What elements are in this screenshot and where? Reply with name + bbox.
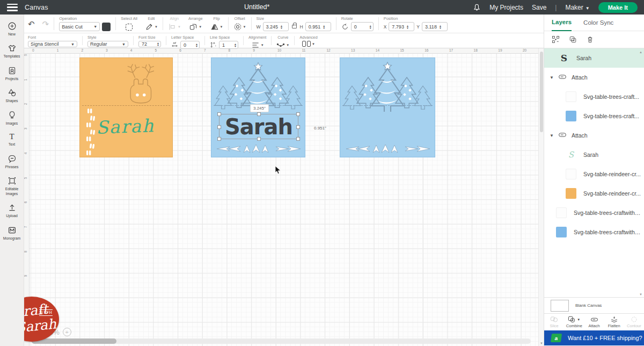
letter-space-label: Letter Space	[171, 35, 200, 40]
stepper-icon[interactable]: ▲▼	[369, 25, 372, 29]
duplicate-icon[interactable]	[569, 35, 577, 44]
blank-canvas-row[interactable]: Blank Canvas	[544, 297, 644, 313]
scroll-down-icon[interactable]: ▼	[540, 342, 543, 345]
width-input[interactable]: 3.245▲▼	[263, 22, 289, 31]
layer-row-trees-blue-2[interactable]: Svg-table-trees-craftwiths...	[544, 222, 644, 242]
attach-button[interactable]: Attach	[584, 314, 604, 330]
ungroup-icon[interactable]	[552, 35, 560, 44]
chevron-down-icon[interactable]: ▼	[550, 133, 554, 138]
zoom-in-icon[interactable]: +	[63, 328, 71, 336]
sidebar-item-images[interactable]: Images	[0, 108, 24, 128]
make-it-button[interactable]: Make It	[598, 2, 638, 13]
layer-row-trees-blue[interactable]: Svg-table-trees-craft...	[544, 106, 644, 126]
selection-handle[interactable]	[296, 137, 300, 141]
combine-button[interactable]: ▼ Combine	[564, 314, 584, 330]
flip-button[interactable]: ▼	[210, 22, 223, 32]
position-y-input[interactable]: 3.118▲▼	[422, 22, 448, 31]
alignment-button[interactable]: ▼	[251, 41, 264, 49]
font-select[interactable]: Signa Stencil▼	[28, 41, 77, 47]
layer-row-sarah-selected[interactable]: S Sarah	[544, 48, 644, 68]
sidebar-item-projects[interactable]: Projects	[0, 63, 24, 84]
scroll-down-icon[interactable]: ▼	[639, 293, 642, 296]
selection-bounding-box[interactable]: Sarah	[219, 114, 298, 139]
advanced-button[interactable]: ▼	[302, 41, 315, 47]
sidebar-item-phrases[interactable]: Phrases	[0, 152, 24, 172]
select-all-button[interactable]	[126, 22, 133, 32]
card-reindeer-orange[interactable]: Sarah	[79, 57, 173, 157]
scroll-up-icon[interactable]: ▲	[639, 51, 642, 54]
layer-row-sarah-script[interactable]: S Sarah	[544, 145, 644, 164]
my-projects-link[interactable]: My Projects	[489, 4, 523, 11]
notifications-bell-icon[interactable]	[473, 3, 481, 11]
slice-button[interactable]: Slice	[544, 314, 564, 330]
attach-clip-icon	[590, 316, 598, 323]
layer-group-attach[interactable]: ▼ Attach	[544, 68, 644, 87]
redo-icon[interactable]: ↷	[42, 19, 49, 29]
selection-handle[interactable]	[217, 112, 221, 116]
scrollbar-thumb[interactable]	[540, 52, 543, 132]
sidebar-item-shapes[interactable]: Shapes	[0, 85, 24, 106]
letter-space-input[interactable]: 0▲▼	[180, 41, 200, 49]
script-name-text[interactable]: Sarah	[96, 115, 155, 138]
layer-group-attach[interactable]: ▼ Attach	[544, 126, 644, 145]
layer-row-reindeer-orange[interactable]: Svg-table-reindeer-cr...	[544, 184, 644, 203]
selection-handle[interactable]	[296, 125, 300, 129]
selection-handle[interactable]	[217, 137, 221, 141]
undo-icon[interactable]: ↶	[28, 19, 35, 29]
fold-line	[342, 105, 433, 106]
vertical-scrollbar[interactable]: ▼	[538, 48, 544, 346]
style-select[interactable]: Regular▼	[87, 41, 128, 47]
stepper-icon[interactable]: ▲▼	[280, 25, 283, 29]
sidebar-item-templates[interactable]: Templates	[0, 41, 24, 61]
sidebar-item-monogram[interactable]: Monogram	[0, 223, 24, 243]
chevron-down-icon[interactable]: ▼	[550, 75, 554, 80]
layer-row-trees-white-2[interactable]: Svg-table-trees-craftwiths...	[544, 203, 644, 222]
trash-icon[interactable]	[586, 35, 594, 44]
arrange-button[interactable]: ▼	[189, 22, 202, 32]
save-link[interactable]: Save	[532, 4, 546, 11]
font-size-input[interactable]: 72▲▼	[138, 41, 161, 47]
rotate-input[interactable]: 0▲▼	[351, 22, 374, 31]
machine-selector[interactable]: Maker▼	[565, 4, 589, 11]
selection-handle[interactable]	[257, 112, 261, 116]
selection-handle[interactable]	[296, 112, 300, 116]
card-trees-blue[interactable]	[340, 57, 435, 157]
sidebar-item-editable-images[interactable]: Editable Images	[0, 174, 24, 199]
tab-layers[interactable]: Layers	[552, 15, 572, 31]
stepper-icon[interactable]: ▲▼	[195, 43, 198, 47]
line-space-input[interactable]: 1▲▼	[219, 41, 238, 49]
lock-ratio-icon[interactable]	[292, 25, 297, 28]
stepper-icon[interactable]: ▲▼	[157, 42, 159, 46]
scrollbar-thumb[interactable]	[32, 338, 116, 344]
design-canvas[interactable]: 01234567891011121314151617181920 0123456…	[24, 48, 538, 346]
curve-button[interactable]: ▼	[276, 41, 289, 49]
height-input[interactable]: 0.951▲▼	[305, 22, 331, 31]
align-button[interactable]: ▼	[168, 22, 181, 32]
stepper-icon[interactable]: ▲▼	[323, 25, 325, 29]
sidebar-item-new[interactable]: New	[0, 19, 24, 39]
layer-row-reindeer-white[interactable]: Svg-table-reindeer-cr...	[544, 164, 644, 184]
stepper-icon[interactable]: ▲▼	[406, 25, 409, 29]
position-x-input[interactable]: 7.793▲▼	[389, 22, 414, 31]
horizontal-scrollbar[interactable]	[32, 338, 531, 344]
sidebar-item-upload[interactable]: Upload	[0, 200, 24, 221]
selection-handle[interactable]	[257, 137, 261, 141]
stepper-icon[interactable]: ▲▼	[234, 43, 237, 47]
layer-row-trees-white[interactable]: Svg-table-trees-craft...	[544, 87, 644, 106]
tab-color-sync[interactable]: Color Sync	[583, 15, 613, 31]
promo-banner[interactable]: a Want £10 + FREE shipping?	[544, 330, 644, 345]
contour-button[interactable]: Contour	[624, 314, 644, 330]
selection-handle[interactable]	[217, 125, 221, 129]
rotate-icon[interactable]	[341, 23, 349, 31]
offset-button[interactable]: ▼	[233, 22, 246, 32]
blank-canvas-thumbnail	[551, 300, 569, 312]
stencil-name-text[interactable]: Sarah	[219, 114, 298, 139]
card-trees-blue-selected[interactable]: Sarah 3.245" 0.951"	[211, 57, 305, 157]
edit-button[interactable]: ▼	[145, 22, 158, 32]
sidebar-item-text[interactable]: T Text	[0, 130, 24, 149]
hamburger-menu-icon[interactable]	[7, 4, 18, 11]
flatten-button[interactable]: Flatten	[604, 314, 624, 330]
layer-color-swatch[interactable]	[102, 23, 111, 31]
operation-select[interactable]: Basic Cut▼	[59, 22, 100, 31]
stepper-icon[interactable]: ▲▼	[439, 25, 442, 29]
